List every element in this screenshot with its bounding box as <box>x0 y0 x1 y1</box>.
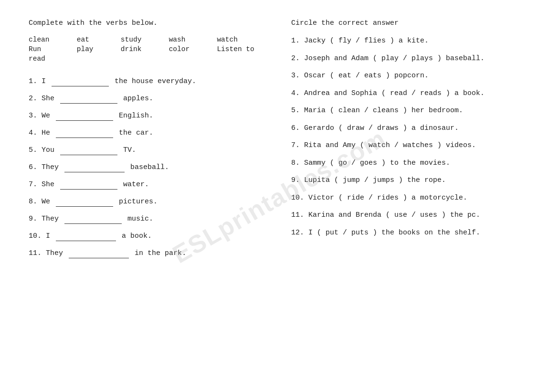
c3-num: 3. <box>291 72 300 80</box>
ex10-num: 10. <box>29 232 42 240</box>
c11-num: 11. <box>291 211 304 219</box>
circle-7: 7. Rita and Amy ( watch / watches ) vide… <box>291 140 534 151</box>
ex9-num: 9. <box>29 215 37 223</box>
exercise-3: 3. We English. <box>29 110 267 121</box>
verb-watch: watch <box>217 36 267 43</box>
ex8-blank <box>56 196 113 207</box>
verb-clean: clean <box>29 36 63 43</box>
c10-text: Victor ( ride / rides ) a motorcycle. <box>308 194 467 202</box>
circle-5: 5. Maria ( clean / cleans ) her bedroom. <box>291 106 534 117</box>
ex4-blank <box>56 127 113 138</box>
exercise-5: 5. You TV. <box>29 145 267 155</box>
ex3-blank <box>56 110 113 121</box>
verb-listen: Listen to <box>217 45 267 53</box>
circle-12: 12. I ( put / puts ) the books on the sh… <box>291 228 534 239</box>
left-column: Complete with the verbs below. clean eat… <box>29 19 277 373</box>
circle-9: 9. Lupita ( jump / jumps ) the rope. <box>291 175 534 186</box>
ex5-num: 5. <box>29 146 37 154</box>
ex9-after: music. <box>127 215 153 223</box>
ex1-after: the house everyday. <box>115 77 196 85</box>
c2-text: Joseph and Adam ( play / plays ) basebal… <box>304 54 484 63</box>
c6-text: Gerardo ( draw / draws ) a dinosaur. <box>304 124 459 132</box>
right-instruction: Circle the correct answer <box>291 19 534 27</box>
verb-study: study <box>121 36 155 43</box>
ex10-after: a book. <box>122 232 152 240</box>
circle-4: 4. Andrea and Sophia ( read / reads ) a … <box>291 88 534 99</box>
ex10-before: I <box>46 232 50 240</box>
c8-num: 8. <box>291 159 300 167</box>
c4-num: 4. <box>291 89 300 97</box>
circle-8: 8. Sammy ( go / goes ) to the movies. <box>291 158 534 169</box>
circle-10: 10. Victor ( ride / rides ) a motorcycle… <box>291 193 534 204</box>
ex3-num: 3. <box>29 112 37 120</box>
ex8-num: 8. <box>29 198 37 206</box>
exercise-7: 7. She water. <box>29 179 267 190</box>
circle-11: 11. Karina and Brenda ( use / uses ) the… <box>291 210 534 221</box>
ex4-after: the car. <box>119 129 153 137</box>
exercise-8: 8. We pictures. <box>29 196 267 207</box>
circle-1: 1. Jacky ( fly / flies ) a kite. <box>291 36 534 47</box>
ex11-before: They <box>46 249 63 257</box>
ex5-after: TV. <box>123 146 136 154</box>
page: Complete with the verbs below. clean eat… <box>0 0 558 392</box>
ex7-blank <box>60 179 117 190</box>
ex2-before: She <box>42 95 54 103</box>
c8-text: Sammy ( go / goes ) to the movies. <box>304 159 450 167</box>
circle-2: 2. Joseph and Adam ( play / plays ) base… <box>291 53 534 64</box>
ex5-before: You <box>42 146 54 154</box>
ex3-before: We <box>42 112 50 120</box>
ex6-num: 6. <box>29 163 37 171</box>
ex10-blank <box>56 231 116 241</box>
c6-num: 6. <box>291 124 300 132</box>
verb-box: clean eat study wash watch Run play drin… <box>29 36 267 63</box>
circle-3: 3. Oscar ( eat / eats ) popcorn. <box>291 71 534 82</box>
right-column: Circle the correct answer 1. Jacky ( fly… <box>277 19 534 373</box>
verb-color: color <box>169 45 203 53</box>
ex6-blank <box>64 162 125 172</box>
c9-num: 9. <box>291 176 300 184</box>
ex4-num: 4. <box>29 129 37 137</box>
c1-text: Jacky ( fly / flies ) a kite. <box>304 37 429 45</box>
ex8-after: pictures. <box>119 198 158 206</box>
verb-play: play <box>77 45 106 53</box>
ex2-blank <box>60 93 117 104</box>
ex7-num: 7. <box>29 180 37 189</box>
ex1-blank <box>52 76 109 86</box>
exercise-4: 4. He the car. <box>29 127 267 138</box>
ex11-blank <box>69 248 129 258</box>
left-instruction: Complete with the verbs below. <box>29 19 267 27</box>
exercise-2: 2. She apples. <box>29 93 267 104</box>
circle-6: 6. Gerardo ( draw / draws ) a dinosaur. <box>291 123 534 134</box>
c5-num: 5. <box>291 106 300 115</box>
verb-drink: drink <box>121 45 155 53</box>
exercise-10: 10. I a book. <box>29 231 267 241</box>
verb-eat: eat <box>77 36 106 43</box>
c11-text: Karina and Brenda ( use / uses ) the pc. <box>308 211 480 219</box>
ex6-after: baseball. <box>130 163 169 171</box>
right-exercises: 1. Jacky ( fly / flies ) a kite. 2. Jose… <box>291 36 534 238</box>
verb-read: read <box>29 55 63 63</box>
c12-num: 12. <box>291 229 304 237</box>
ex1-num: 1. <box>29 77 37 85</box>
ex9-before: They <box>42 215 59 223</box>
c12-text: I ( put / puts ) the books on the shelf. <box>308 229 480 237</box>
ex5-blank <box>60 145 117 155</box>
verb-run: Run <box>29 45 63 53</box>
ex7-before: She <box>42 180 54 189</box>
c3-text: Oscar ( eat / eats ) popcorn. <box>304 72 429 80</box>
c10-num: 10. <box>291 194 304 202</box>
c5-text: Maria ( clean / cleans ) her bedroom. <box>304 106 463 115</box>
verb-empty <box>77 55 106 63</box>
exercise-6: 6. They baseball. <box>29 162 267 172</box>
c4-text: Andrea and Sophia ( read / reads ) a boo… <box>304 89 484 97</box>
ex7-after: water. <box>123 180 149 189</box>
ex1-before: I <box>42 77 46 85</box>
c1-num: 1. <box>291 37 300 45</box>
ex2-after: apples. <box>123 95 153 103</box>
ex3-after: English. <box>119 112 153 120</box>
c7-text: Rita and Amy ( watch / watches ) videos. <box>304 141 476 149</box>
exercise-11: 11. They in the park. <box>29 248 267 258</box>
ex11-num: 11. <box>29 249 42 257</box>
exercise-9: 9. They music. <box>29 213 267 224</box>
ex4-before: He <box>42 129 50 137</box>
